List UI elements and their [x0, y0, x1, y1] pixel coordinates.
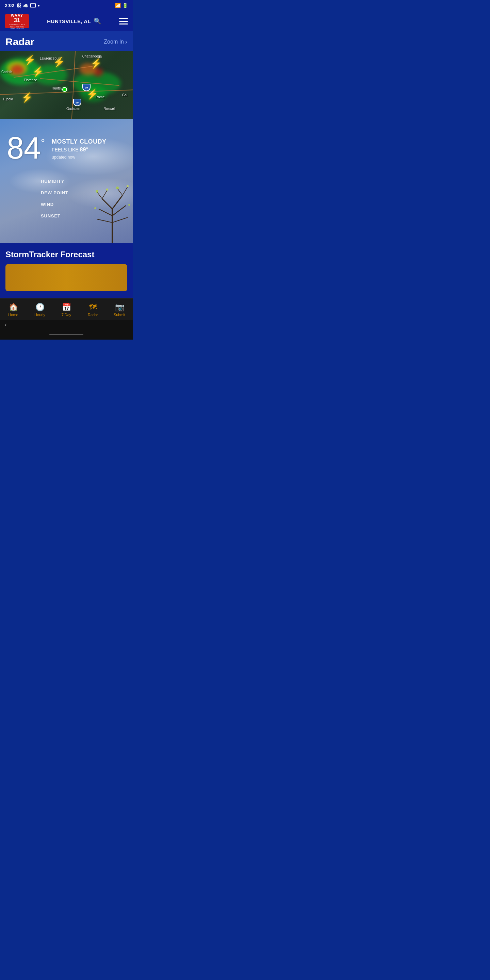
city-roswell: Roswell [103, 107, 115, 111]
radar-nav-label: Radar [88, 313, 98, 317]
status-bar: 2:02 🖼 ☁️ 📶 🔋 [0, 0, 133, 11]
search-icon[interactable]: 🔍 [94, 18, 102, 25]
wind-label: WIND [41, 202, 54, 207]
logo-31-text: 31 [14, 18, 20, 24]
nav-radar[interactable]: 🗺 Radar [80, 303, 106, 317]
zoom-in-button[interactable]: Zoom In › [104, 38, 127, 46]
highway-shield-59-2: 59 [73, 99, 81, 106]
svg-point-13 [116, 186, 119, 189]
hourly-label: Hourly [34, 313, 45, 317]
svg-line-7 [97, 192, 102, 199]
back-arrow-bar: ‹ [0, 320, 133, 329]
dot-icon [38, 5, 40, 6]
submit-icon: 📷 [115, 303, 124, 312]
svg-point-12 [106, 189, 108, 191]
back-arrow-icon[interactable]: ‹ [5, 321, 7, 328]
forecast-scroll[interactable] [5, 264, 127, 295]
bottom-navigation: 🏠 Home 🕐 Hourly 📅 7 Day 🗺 Radar 📷 Submit [0, 298, 133, 320]
city-gadsden: Gadsden [66, 107, 80, 111]
battery-icon: 🔋 [122, 3, 128, 8]
submit-label: Submit [114, 313, 125, 317]
nav-home[interactable]: 🏠 Home [0, 303, 27, 317]
time-display: 2:02 [5, 3, 14, 8]
city-corinth: Corinth [2, 70, 12, 74]
weather-description: MOSTLY CLOUDY FEELS LIKE 89° updated now [52, 133, 107, 159]
svg-point-11 [95, 190, 98, 192]
lightning-icon-3: ⚡ [53, 56, 65, 68]
svg-point-14 [127, 185, 129, 187]
city-tupelo: Tupelo [3, 97, 13, 101]
radar-blob-red1 [11, 65, 24, 75]
location-text: HUNTSVILLE, AL [47, 18, 91, 24]
app-logo[interactable]: WAAY 31 STORMTRACKER EARLY WARNING RADAR… [5, 14, 29, 28]
svg-line-6 [112, 218, 127, 223]
forecast-cards-strip[interactable] [5, 264, 127, 291]
menu-line-1 [119, 18, 128, 19]
7day-label: 7 Day [62, 313, 72, 317]
wifi-icon: 📶 [115, 3, 121, 8]
menu-line-2 [119, 21, 128, 22]
radar-section-header: Radar Zoom In › [0, 31, 133, 51]
nav-7day[interactable]: 📅 7 Day [53, 303, 80, 317]
temperature-degree: ° [41, 137, 45, 148]
location-display[interactable]: HUNTSVILLE, AL 🔍 [47, 18, 101, 25]
home-indicator-bar [0, 329, 133, 340]
photo-icon: 🖼 [16, 3, 21, 8]
app-header: WAAY 31 STORMTRACKER EARLY WARNING RADAR… [0, 11, 133, 31]
hourly-icon: 🕐 [35, 303, 45, 312]
radar-title: Radar [5, 36, 34, 48]
cloud-status-icon: ☁️ [23, 3, 28, 8]
status-left: 2:02 🖼 ☁️ [5, 3, 40, 8]
tree-decoration [92, 175, 133, 243]
svg-line-1 [102, 199, 112, 209]
svg-line-3 [99, 209, 112, 216]
temperature-value: 84 [7, 133, 41, 163]
lightning-icon-6: ⚡ [21, 92, 33, 103]
svg-line-5 [97, 219, 112, 223]
feels-like-value: 89° [80, 147, 88, 153]
menu-button[interactable] [119, 18, 128, 24]
7day-icon: 📅 [62, 303, 71, 312]
screen-icon [30, 3, 36, 8]
current-weather-section: 84 ° MOSTLY CLOUDY FEELS LIKE 89° update… [0, 119, 133, 243]
svg-line-8 [102, 190, 107, 199]
weather-main-info: 84 ° MOSTLY CLOUDY FEELS LIKE 89° update… [0, 119, 133, 170]
highway-shield-59-1: 59 [82, 84, 91, 91]
lightning-icon-1: ⚡ [24, 54, 36, 66]
nav-submit[interactable]: 📷 Submit [106, 303, 133, 317]
radar-nav-icon: 🗺 [89, 303, 97, 312]
sunset-label: SUNSET [41, 213, 60, 218]
temperature-display: 84 ° [7, 133, 45, 163]
chevron-right-icon: › [125, 38, 127, 46]
zoom-in-label: Zoom In [104, 39, 124, 45]
nav-hourly[interactable]: 🕐 Hourly [27, 303, 53, 317]
lightning-icon-2: ⚡ [32, 66, 44, 77]
radar-map[interactable]: Lawrenceburg Corinth Florence Huntsville… [0, 51, 133, 119]
city-gai: Gai [122, 93, 127, 97]
condition-text: MOSTLY CLOUDY [52, 138, 107, 145]
svg-line-10 [123, 187, 127, 195]
svg-line-2 [112, 195, 123, 209]
updated-text: updated now [52, 155, 107, 159]
dewpoint-label: DEW POINT [41, 190, 68, 195]
svg-line-9 [118, 189, 123, 195]
stormtracker-forecast-section: StormTracker Forecast [0, 243, 133, 298]
feels-like-text: FEELS LIKE 89° [52, 147, 107, 153]
home-label: Home [8, 313, 18, 317]
lightning-icon-4: ⚡ [90, 58, 102, 69]
humidity-label: HUMIDITY [41, 179, 64, 184]
svg-point-15 [94, 207, 96, 209]
feels-like-label: FEELS LIKE [52, 147, 79, 153]
city-florence: Florence [24, 78, 37, 82]
logo-waay-text: WAAY [11, 13, 23, 18]
logo-sub2-text: EARLY WARNING RADAR NETWORK [8, 25, 27, 29]
svg-point-16 [128, 204, 130, 206]
home-pill [49, 334, 83, 335]
forecast-title: StormTracker Forecast [5, 250, 127, 259]
status-right: 📶 🔋 [115, 3, 128, 8]
menu-line-3 [119, 24, 128, 24]
home-icon: 🏠 [9, 303, 18, 312]
